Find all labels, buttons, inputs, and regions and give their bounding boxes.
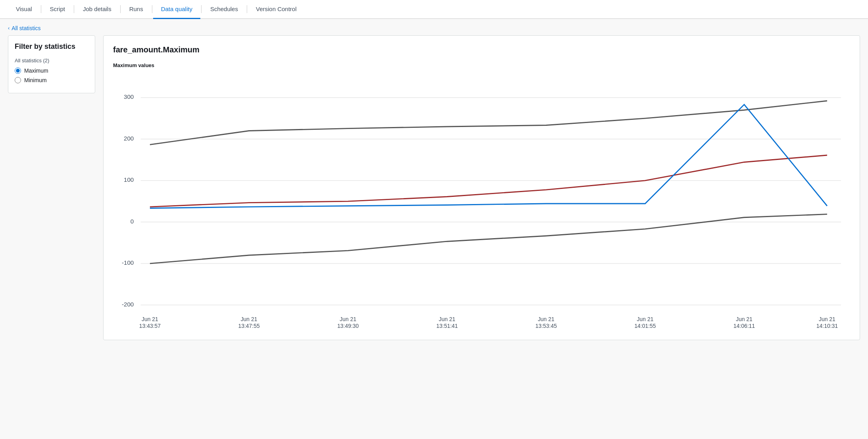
- svg-text:Jun 21: Jun 21: [340, 316, 356, 322]
- svg-text:13:43:57: 13:43:57: [139, 323, 161, 329]
- tab-divider-2: [74, 5, 74, 13]
- svg-text:0: 0: [131, 218, 134, 224]
- svg-text:Jun 21: Jun 21: [819, 316, 835, 322]
- tab-script[interactable]: Script: [42, 0, 73, 19]
- tabs-bar: Visual Script Job details Runs Data qual…: [0, 0, 868, 19]
- filter-title: Filter by statistics: [15, 42, 88, 51]
- chart-panel: fare_amount.Maximum Maximum values 300 2…: [103, 35, 860, 340]
- filter-panel: Filter by statistics All statistics (2) …: [8, 35, 95, 93]
- svg-text:14:06:11: 14:06:11: [734, 323, 755, 329]
- chart-subtitle: Maximum values: [113, 62, 850, 68]
- svg-text:Jun 21: Jun 21: [736, 316, 753, 322]
- svg-text:-100: -100: [122, 259, 134, 266]
- breadcrumb-all-statistics[interactable]: ‹ All statistics: [8, 25, 40, 31]
- main-content: Filter by statistics All statistics (2) …: [0, 35, 868, 348]
- tab-visual[interactable]: Visual: [8, 0, 40, 19]
- radio-maximum[interactable]: [15, 67, 21, 74]
- svg-text:14:01:55: 14:01:55: [634, 323, 656, 329]
- svg-text:100: 100: [124, 176, 134, 183]
- tab-schedules[interactable]: Schedules: [202, 0, 246, 19]
- svg-text:Jun 21: Jun 21: [637, 316, 653, 322]
- svg-text:Jun 21: Jun 21: [439, 316, 455, 322]
- chart-container: 300 200 100 0 -100 -200: [113, 72, 850, 330]
- tab-divider: [41, 5, 41, 13]
- filter-section-label: All statistics (2): [15, 58, 88, 64]
- chart-title: fare_amount.Maximum: [113, 45, 850, 54]
- svg-text:13:47:55: 13:47:55: [238, 323, 259, 329]
- tab-version-control[interactable]: Version Control: [248, 0, 305, 19]
- radio-label-minimum: Minimum: [24, 77, 47, 83]
- svg-text:13:49:30: 13:49:30: [337, 323, 359, 329]
- radio-item-maximum[interactable]: Maximum: [15, 67, 88, 74]
- svg-text:13:53:45: 13:53:45: [535, 323, 557, 329]
- svg-text:Jun 21: Jun 21: [241, 316, 257, 322]
- svg-text:300: 300: [124, 93, 134, 100]
- radio-label-maximum: Maximum: [24, 67, 48, 74]
- tab-divider-5: [201, 5, 202, 13]
- tab-data-quality[interactable]: Data quality: [153, 0, 200, 19]
- tab-divider-4: [152, 5, 152, 13]
- tab-job-details[interactable]: Job details: [75, 0, 119, 19]
- breadcrumb-label: All statistics: [12, 25, 40, 31]
- chart-svg: 300 200 100 0 -100 -200: [113, 72, 850, 330]
- radio-item-minimum[interactable]: Minimum: [15, 77, 88, 83]
- svg-text:Jun 21: Jun 21: [538, 316, 555, 322]
- svg-text:-200: -200: [122, 300, 134, 307]
- svg-text:13:51:41: 13:51:41: [436, 323, 458, 329]
- tab-runs[interactable]: Runs: [121, 0, 151, 19]
- tab-divider-6: [247, 5, 247, 13]
- breadcrumb-row: ‹ All statistics: [0, 19, 868, 35]
- tab-divider-3: [120, 5, 121, 13]
- radio-minimum[interactable]: [15, 77, 21, 83]
- chevron-left-icon: ‹: [8, 25, 10, 31]
- svg-text:14:10:31: 14:10:31: [816, 323, 838, 329]
- svg-text:Jun 21: Jun 21: [142, 316, 158, 322]
- svg-text:200: 200: [124, 135, 134, 141]
